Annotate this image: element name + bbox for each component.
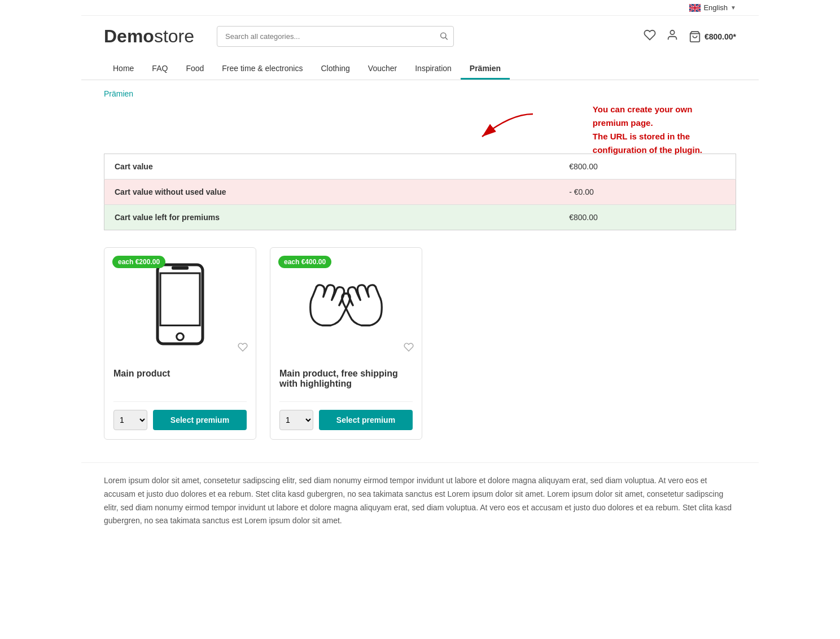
table-cell-value: - €0.00 — [559, 180, 736, 205]
table-row: Cart value €800.00 — [104, 154, 736, 180]
search-bar — [217, 26, 454, 47]
select-premium-button-1[interactable]: Select premium — [153, 410, 247, 430]
product-image-gloves — [304, 270, 388, 338]
nav-item-inspiration[interactable]: Inspiration — [406, 57, 461, 80]
svg-point-1 — [441, 33, 446, 38]
search-icon — [439, 31, 448, 40]
table-row: Cart value without used value - €0.00 — [104, 180, 736, 205]
wishlist-icon[interactable] — [644, 29, 656, 44]
flag-icon — [689, 4, 701, 12]
top-bar: English ▼ — [81, 0, 759, 16]
logo[interactable]: Demostore — [104, 26, 194, 47]
product-actions-2: 1 2 3 Select premium — [279, 401, 413, 430]
lorem-section: Lorem ipsum dolor sit amet, consetetur s… — [81, 462, 759, 550]
table-cell-value: €800.00 — [559, 154, 736, 180]
svg-point-3 — [670, 30, 674, 34]
language-label: English — [703, 3, 728, 12]
language-selector[interactable]: English ▼ — [689, 3, 736, 12]
logo-bold: Demo — [104, 26, 154, 46]
select-premium-button-2[interactable]: Select premium — [319, 410, 413, 430]
breadcrumb-link[interactable]: Prämien — [104, 89, 133, 98]
wishlist-button-2[interactable] — [404, 342, 414, 355]
product-info-2: Main product, free shipping with highlig… — [270, 361, 422, 439]
product-name-1: Main product — [113, 369, 247, 393]
svg-rect-7 — [160, 273, 200, 326]
product-info-1: Main product 1 2 3 Select premium — [104, 361, 256, 439]
product-card-2: each €400.00 — [270, 247, 422, 440]
search-input[interactable] — [217, 26, 454, 47]
search-button[interactable] — [439, 31, 448, 42]
products-section: each €200.00 Main product — [81, 247, 759, 440]
table-cell-label: Cart value without used value — [104, 180, 559, 205]
product-badge-1: each €200.00 — [112, 256, 165, 268]
wishlist-button-1[interactable] — [238, 342, 248, 355]
quantity-select-1[interactable]: 1 2 3 — [113, 410, 147, 430]
nav-item-faq[interactable]: FAQ — [143, 57, 177, 80]
breadcrumb: Prämien — [81, 80, 759, 103]
svg-point-9 — [177, 333, 184, 340]
cart-area[interactable]: €800.00* — [689, 30, 736, 43]
annotation-text: You can create your own premium page. Th… — [593, 103, 702, 157]
svg-rect-8 — [172, 266, 189, 270]
table-cell-label: Cart value left for premiums — [104, 205, 559, 230]
svg-line-2 — [445, 37, 448, 40]
annotation-area: You can create your own premium page. Th… — [104, 103, 736, 148]
logo-light: store — [154, 26, 194, 46]
cart-table: Cart value €800.00 Cart value without us… — [104, 154, 736, 230]
nav-item-clothing[interactable]: Clothing — [312, 57, 358, 80]
table-cell-value: €800.00 — [559, 205, 736, 230]
lorem-text: Lorem ipsum dolor sit amet, consetetur s… — [104, 474, 736, 528]
svg-rect-6 — [158, 265, 203, 344]
quantity-select-2[interactable]: 1 2 3 — [279, 410, 313, 430]
nav-item-food[interactable]: Food — [177, 57, 213, 80]
header-actions: €800.00* — [644, 29, 736, 44]
nav-item-voucher[interactable]: Voucher — [359, 57, 406, 80]
product-badge-2: each €400.00 — [278, 256, 331, 268]
product-actions-1: 1 2 3 Select premium — [113, 401, 247, 430]
product-name-2: Main product, free shipping with highlig… — [279, 369, 413, 393]
product-image-phone — [149, 262, 211, 347]
chevron-down-icon: ▼ — [730, 5, 736, 11]
cart-icon — [689, 30, 701, 43]
annotation-arrow — [476, 108, 544, 142]
product-card-1: each €200.00 Main product — [104, 247, 256, 440]
main-nav: Home FAQ Food Free time & electronics Cl… — [81, 57, 759, 80]
cart-amount: €800.00* — [705, 32, 736, 41]
table-row: Cart value left for premiums €800.00 — [104, 205, 736, 230]
nav-item-praemien[interactable]: Prämien — [461, 57, 510, 80]
header: Demostore — [81, 16, 759, 57]
account-icon[interactable] — [666, 29, 679, 44]
nav-item-free-time[interactable]: Free time & electronics — [213, 57, 312, 80]
table-cell-label: Cart value — [104, 154, 559, 180]
nav-item-home[interactable]: Home — [104, 57, 143, 80]
